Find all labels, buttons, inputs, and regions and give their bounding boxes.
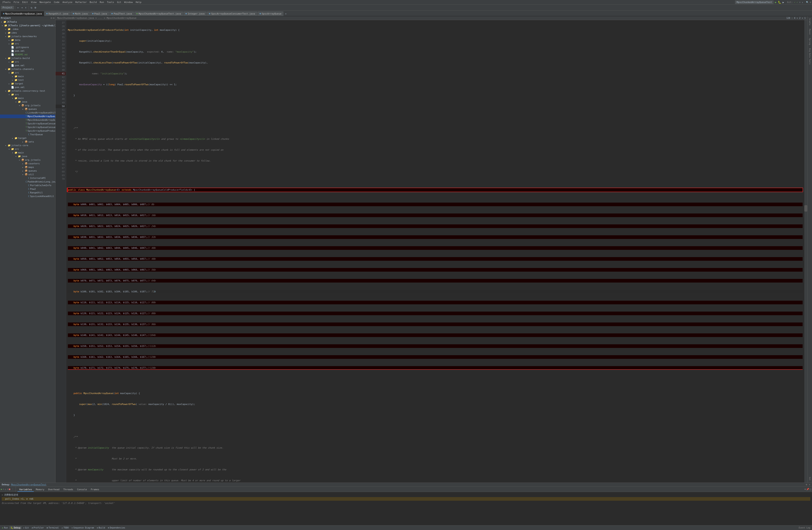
tree-readme[interactable]: 📄 README.md bbox=[0, 53, 55, 56]
debug-more-btn[interactable]: ⋮ bbox=[12, 488, 14, 491]
tree-queues-pkg[interactable]: ▾ 📦 queues bbox=[0, 107, 55, 111]
editor-content[interactable]: 27 28 29 30 31 32 33 34 35 36 37 38 39 4… bbox=[56, 20, 807, 483]
tree-root[interactable]: ▾ 📁 JCTools bbox=[0, 20, 55, 24]
tree-target[interactable]: ▸ 📁 target bbox=[0, 136, 55, 140]
status-event-log-btn[interactable]: Event Log bbox=[799, 527, 810, 529]
tree-org-jctools[interactable]: ▾ 📦 org.jctools bbox=[0, 104, 55, 107]
debug-session-link[interactable]: MpscChunkedArrayQueueTest bbox=[11, 483, 46, 486]
menu-help[interactable]: Help bbox=[134, 0, 143, 4]
tree-padded[interactable]: C PaddedAtomicLong.java bbox=[0, 180, 55, 184]
tree-benchmarks[interactable]: ▾ 📁 jctools-benchmarks bbox=[0, 34, 55, 38]
tree-channels-pom[interactable]: 📄 pom.xml bbox=[0, 85, 55, 89]
tree-core-queues[interactable]: ▸ 📦 queues bbox=[0, 169, 55, 173]
tree-portable[interactable]: C PortableJvmInfo bbox=[0, 184, 55, 187]
debug-maximize-icon[interactable]: □ bbox=[810, 488, 811, 491]
status-profiler-btn[interactable]: ◔ Profiler bbox=[30, 526, 45, 529]
file-tab-math[interactable]: Math.java bbox=[71, 11, 90, 16]
menu-window[interactable]: Window bbox=[123, 0, 134, 4]
debug-tab-threads[interactable]: Threads bbox=[62, 488, 75, 492]
run-config-dropdown[interactable]: MpscChunkedArrayQueueTest bbox=[735, 0, 774, 4]
tree-maps[interactable]: ▸ 📦 maps bbox=[0, 165, 55, 169]
right-bigdata-btn[interactable]: Big Data Tools bbox=[808, 47, 811, 66]
debug-expand-icon[interactable]: ▸ bbox=[2, 493, 3, 496]
tree-core[interactable]: ▾ 📁 jctools-core bbox=[0, 144, 55, 147]
settings-icon[interactable]: ⚙ bbox=[810, 1, 811, 3]
right-git-btn[interactable]: Git bbox=[808, 476, 811, 482]
debug-tab-overhead[interactable]: Overhead bbox=[46, 488, 61, 492]
settings-btn[interactable]: ⚙ bbox=[34, 5, 37, 10]
debug-filter-icon[interactable]: ≡ bbox=[804, 488, 806, 491]
tree-core-java[interactable]: ▾ 📁 java bbox=[0, 154, 55, 158]
debug-stop-btn[interactable]: ■ bbox=[9, 488, 10, 491]
menu-build[interactable]: Build bbox=[88, 0, 98, 4]
menu-run[interactable]: Run bbox=[98, 0, 105, 4]
menu-tools[interactable]: Tools bbox=[106, 0, 115, 4]
debug-tab-variables[interactable]: Variables bbox=[17, 488, 34, 492]
tree-channels-main[interactable]: ▸ 📁 main bbox=[0, 74, 55, 78]
nav-up-btn[interactable]: ↑ bbox=[24, 5, 28, 10]
file-tabs-more[interactable]: » bbox=[284, 11, 288, 16]
run-button[interactable]: ▶ bbox=[775, 1, 777, 4]
tree-concurrency-src[interactable]: ▾ 📁 src bbox=[0, 93, 55, 96]
menu-file[interactable]: File bbox=[12, 0, 21, 4]
tree-settings-btn[interactable]: ⚙ bbox=[53, 17, 55, 19]
status-terminal-btn[interactable]: ⊞ Terminal bbox=[45, 526, 60, 529]
tree-counters[interactable]: ▸ 📦 counters bbox=[0, 162, 55, 165]
right-gradle-btn[interactable]: Gradle bbox=[808, 17, 811, 27]
tree-channels-test[interactable]: ▸ 📁 test bbox=[0, 78, 55, 82]
nav-back-btn[interactable]: ← bbox=[16, 5, 20, 10]
project-dropdown[interactable]: Project bbox=[1, 6, 14, 10]
right-spring-btn[interactable]: Spring bbox=[808, 37, 811, 46]
tree-build-pom[interactable]: 📄 pom.xml bbox=[0, 64, 55, 67]
menu-view[interactable]: View bbox=[30, 0, 38, 4]
tree-concurrency-java[interactable]: ▾ 📁 java bbox=[0, 100, 55, 104]
tree-core-org[interactable]: ▾ 📦 org.jctools bbox=[0, 158, 55, 162]
status-debug-btn[interactable]: 🐛 Debug bbox=[10, 526, 21, 529]
coverage-button[interactable]: ▶ bbox=[783, 1, 784, 4]
status-deps-btn[interactable]: ⊕ Dependencies bbox=[106, 526, 126, 529]
debug-pin-icon[interactable]: 📌 bbox=[806, 488, 809, 491]
menu-code[interactable]: Code bbox=[53, 0, 61, 4]
tree-channels-src[interactable]: ▾ 📁 src bbox=[0, 71, 55, 74]
file-tab-mpsc[interactable]: MpscChunkedArrayQueue.java bbox=[1, 11, 44, 16]
tree-internal-api[interactable]: C InternalAPI bbox=[0, 176, 55, 180]
tree-spsc-cp[interactable]: T SpscArrayQueueConsumerProducerTest bbox=[0, 125, 55, 129]
debug-tab-console[interactable]: Console bbox=[75, 488, 89, 492]
code-editor[interactable]: MpscChunkedArrayQueueColdProducerFields(… bbox=[66, 20, 804, 483]
tree-concurrency[interactable]: ▾ 📁 jctools-concurrency-test bbox=[0, 89, 55, 93]
right-maven-btn[interactable]: Maven bbox=[808, 28, 811, 36]
debug-step-over-btn[interactable]: ↷ bbox=[3, 488, 4, 491]
tree-mpsc-unbounded[interactable]: T MpscUnboundedArrayQueueTest bbox=[0, 118, 55, 122]
tree-spsc-producer[interactable]: T SpscArrayQueueProducerTest bbox=[0, 129, 55, 133]
tree-core-main[interactable]: ▾ 📁 main bbox=[0, 151, 55, 154]
tree-jtools-parent[interactable]: ▾ 📁 JCTools [jtools-parent] ~/github/JCT… bbox=[0, 24, 55, 27]
status-build-btn[interactable]: ⚒ Build bbox=[96, 526, 106, 529]
tree-collapse-btn[interactable]: ⊟ bbox=[51, 17, 52, 19]
file-tab-mpsctest[interactable]: MpscChunkedArrayQueueTest.java bbox=[134, 11, 183, 16]
tree-idea[interactable]: ▸ 📁 .idea bbox=[0, 27, 55, 31]
file-tab-pow2[interactable]: Pow2.java bbox=[90, 11, 110, 16]
refresh-btn[interactable]: ↻ bbox=[30, 5, 33, 10]
tree-build-src[interactable]: ▸ 📁 src bbox=[0, 60, 55, 64]
status-git-btn[interactable]: ✦ Git bbox=[22, 526, 30, 529]
tree-spsc-look[interactable]: C SpscLookAheadUtil bbox=[0, 194, 55, 198]
tree-range[interactable]: C RangeUtil bbox=[0, 191, 55, 194]
tree-gitignore[interactable]: 📄 .gitignore bbox=[0, 45, 55, 49]
file-tab-spsc[interactable]: SpscArrayQueueConsumerTest.java bbox=[207, 11, 257, 16]
file-tab-pow2test[interactable]: Pow2Test.java bbox=[109, 11, 134, 16]
tree-channels[interactable]: ▾ 📁 jctools-channels bbox=[0, 67, 55, 71]
menu-jtools[interactable]: JTools bbox=[1, 0, 12, 4]
debug-step-out-btn[interactable]: ↑ bbox=[7, 488, 8, 491]
tree-mpsc-test[interactable]: T MpscChunkedArrayQueueTest bbox=[0, 114, 55, 118]
tree-testqueue[interactable]: C TestQueue bbox=[0, 133, 55, 136]
tree-sets[interactable]: ▸ 📦 sets bbox=[0, 140, 55, 144]
editor-scrollbar[interactable] bbox=[804, 20, 807, 483]
menu-navigate[interactable]: Navigate bbox=[38, 0, 52, 4]
search-icon[interactable]: 🔍 bbox=[806, 1, 809, 3]
git-pull-icon[interactable]: ↓ bbox=[802, 1, 803, 3]
tree-channels-target[interactable]: ▸ 📁 target bbox=[0, 82, 55, 85]
tree-pow2[interactable]: C Pow2 bbox=[0, 187, 55, 191]
tree-pom1[interactable]: 📄 pom.xml bbox=[0, 49, 55, 53]
tree-build[interactable]: ▾ 📁 jctools-build bbox=[0, 56, 55, 60]
debug-tab-memory[interactable]: Memory bbox=[34, 488, 46, 492]
